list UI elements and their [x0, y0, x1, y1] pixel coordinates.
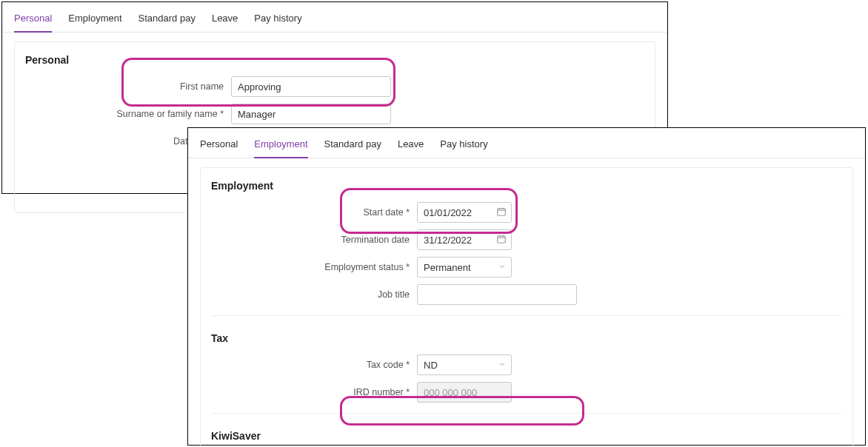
section-title-kiwisaver: KiwiSaver [211, 430, 842, 442]
calendar-icon[interactable] [496, 234, 507, 246]
label-termination-date: Termination date [211, 235, 417, 245]
surname-input[interactable] [231, 104, 391, 124]
tab2-standard-pay[interactable]: Standard pay [324, 135, 381, 158]
employment-panel: Personal Employment Standard pay Leave P… [187, 127, 866, 446]
ird-number-input[interactable]: 000 000 000 [417, 382, 512, 403]
svg-rect-1 [498, 208, 506, 215]
tab2-pay-history[interactable]: Pay history [440, 135, 487, 158]
tax-code-select[interactable]: ND [417, 354, 512, 375]
label-e-partial: E [25, 186, 206, 197]
label-first-name: First name [25, 81, 231, 92]
employment-status-value: Permanent [424, 262, 471, 273]
label-ird-number: IRD number [211, 387, 417, 397]
svg-rect-2 [498, 235, 506, 242]
termination-date-text[interactable] [424, 235, 490, 246]
tabbar-employment: Personal Employment Standard pay Leave P… [188, 128, 865, 158]
tabbar-personal: Personal Employment Standard pay Leave P… [2, 2, 667, 33]
label-tax-code: Tax code [211, 360, 417, 370]
section-title-tax: Tax [211, 332, 842, 344]
tax-code-value: ND [424, 360, 438, 371]
termination-date-input[interactable] [417, 229, 512, 250]
calendar-icon[interactable] [496, 206, 507, 219]
first-name-input[interactable] [231, 76, 391, 97]
label-job-title: Job title [211, 289, 417, 300]
start-date-text[interactable] [424, 207, 490, 218]
section-title-employment: Employment [211, 180, 842, 192]
tab-personal[interactable]: Personal [14, 10, 52, 33]
label-employment-status: Employment status [211, 262, 417, 272]
tab-employment[interactable]: Employment [68, 10, 121, 32]
job-title-input[interactable] [417, 284, 577, 305]
chevron-down-icon [498, 360, 507, 371]
chevron-down-icon [498, 262, 507, 273]
tab-standard-pay[interactable]: Standard pay [138, 10, 196, 32]
tab2-employment[interactable]: Employment [254, 135, 307, 158]
start-date-input[interactable] [417, 202, 512, 223]
employment-card: Employment Start date Termination date [200, 167, 853, 447]
employment-status-select[interactable]: Permanent [417, 257, 512, 278]
tab-pay-history[interactable]: Pay history [254, 10, 301, 32]
label-surname: Surname or family name [25, 109, 231, 119]
section-title-personal: Personal [25, 54, 644, 66]
tab2-leave[interactable]: Leave [398, 135, 424, 158]
label-start-date: Start date [211, 207, 417, 218]
tab-leave[interactable]: Leave [212, 10, 238, 32]
tab2-personal[interactable]: Personal [200, 135, 238, 158]
